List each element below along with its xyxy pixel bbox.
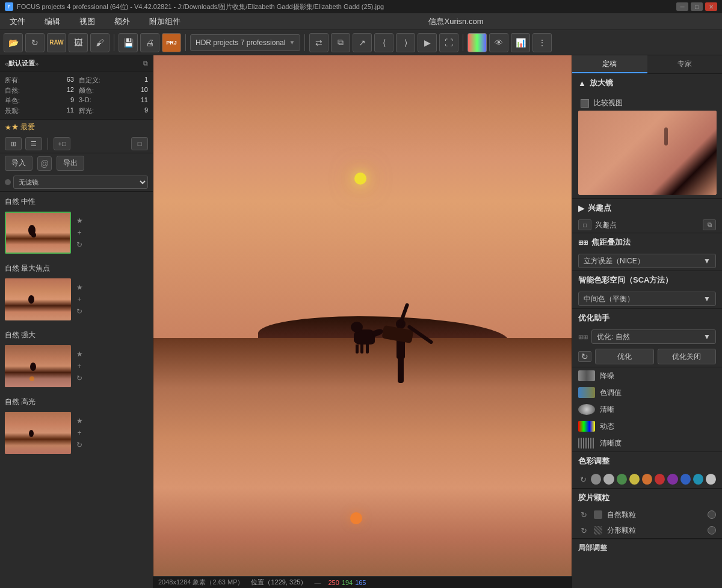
menu-extra[interactable]: 额外 — [110, 14, 135, 29]
favorites-label[interactable]: ★ ★ 最爱 — [0, 120, 153, 135]
menu-edit[interactable]: 编辑 — [40, 14, 65, 29]
swatch-yellow[interactable] — [629, 474, 640, 485]
tab-finalize[interactable]: 定稿 — [572, 55, 647, 73]
menu-addons[interactable]: 附加组件 — [144, 14, 185, 29]
natural-grain-refresh[interactable]: ↻ — [578, 509, 589, 520]
add-2[interactable]: + — [75, 361, 84, 371]
interest-btn-label: 兴趣点 — [595, 220, 699, 230]
preset-item-2[interactable]: ★ + ↻ — [0, 343, 153, 390]
menu-file[interactable]: 文件 — [5, 14, 30, 29]
swatch-cyan[interactable] — [693, 474, 703, 485]
color-tone-row[interactable]: 色调值 — [572, 384, 722, 401]
count-all: 所有: 63 — [5, 76, 74, 85]
color-adj-header[interactable]: 色彩调整 — [572, 452, 722, 470]
toolbar-preset-dropdown[interactable]: HDR projects 7 professional ▼ — [190, 34, 300, 51]
star-icon: ★ — [5, 123, 11, 132]
interest-header[interactable]: ▶ 兴趣点 — [572, 199, 722, 217]
export-button[interactable]: 导出 — [57, 156, 84, 171]
clarity-row[interactable]: 清晰度 — [572, 435, 722, 452]
toolbar-export[interactable]: ↗ — [353, 33, 372, 52]
toolbar-histogram[interactable] — [467, 33, 487, 52]
sharpen-row[interactable]: 清晰 — [572, 401, 722, 418]
center-canvas[interactable]: 2048x1284 象素（2.63 MP） 位置（1229, 325） — 25… — [153, 55, 572, 588]
focus-method-dropdown[interactable]: 立方误差（NICE） ▼ — [578, 254, 716, 268]
grid-view-btn[interactable]: ⊞ — [5, 137, 22, 150]
noise-tool-row[interactable]: 降噪 — [572, 367, 722, 384]
filter-select[interactable]: 无滤镜 — [13, 176, 148, 189]
toolbar-image[interactable]: 🖼 — [69, 33, 88, 52]
toolbar-print[interactable]: 🖨 — [140, 33, 159, 52]
swatch-red[interactable] — [655, 474, 665, 485]
at-icon[interactable]: @ — [37, 156, 52, 171]
focus-header[interactable]: ⊞⊞ 焦距叠加法 — [572, 233, 722, 251]
swatch-orange[interactable] — [642, 474, 652, 485]
opt-off-btn[interactable]: 优化关闭 — [658, 349, 717, 364]
swatch-green[interactable] — [617, 474, 627, 485]
preset-item-3[interactable]: ★ + ↻ — [0, 409, 153, 456]
toolbar-compare[interactable]: ⇄ — [309, 33, 329, 52]
favorite-1[interactable]: ★ — [75, 283, 84, 292]
arrows-right[interactable]: » — [35, 60, 39, 67]
natural-grain-circle[interactable] — [708, 510, 716, 519]
refresh-1[interactable]: ↻ — [75, 307, 84, 316]
fractal-grain-check[interactable] — [594, 526, 602, 534]
swatch-gray[interactable] — [603, 474, 614, 485]
toolbar-next[interactable]: ⟩ — [396, 33, 415, 52]
favorite-3[interactable]: ★ — [75, 416, 84, 426]
swatch-dark[interactable] — [591, 474, 601, 485]
toolbar-copy[interactable]: ⧉ — [331, 33, 350, 52]
opt-refresh-btn[interactable]: ↻ — [578, 351, 591, 362]
maximize-button[interactable]: □ — [691, 2, 703, 11]
dog-leg-1 — [356, 345, 359, 354]
minimize-button[interactable]: ─ — [676, 2, 688, 11]
smart-color-dropdown[interactable]: 中间色（平衡） ▼ — [578, 292, 716, 306]
add-preset-btn[interactable]: +□ — [54, 137, 70, 150]
toolbar-save[interactable]: 💾 — [119, 33, 138, 52]
opt-optimize-btn[interactable]: 优化 — [595, 349, 654, 364]
add-0[interactable]: + — [75, 228, 84, 237]
toolbar-raw[interactable]: RAW — [47, 33, 66, 52]
toolbar-eye[interactable]: 👁 — [489, 33, 508, 52]
toolbar-chart[interactable]: 📊 — [511, 33, 530, 52]
toolbar-projects[interactable]: PRJ — [162, 33, 181, 52]
fractal-grain-refresh[interactable]: ↻ — [578, 525, 589, 536]
favorite-0[interactable]: ★ — [75, 216, 84, 225]
interest-sq-btn[interactable]: □ — [578, 219, 591, 230]
toolbar-refresh[interactable]: ↻ — [25, 33, 45, 52]
menu-view[interactable]: 视图 — [75, 14, 100, 29]
film-grain-section: 胶片颗粒 ↻ 自然颗粒 ↻ 分形颗粒 — [572, 489, 722, 539]
toolbar-open[interactable]: 📂 — [4, 33, 23, 52]
compare-square[interactable] — [581, 99, 589, 108]
preset-item-0[interactable]: ★ + ↻ — [0, 209, 153, 256]
swatch-purple[interactable] — [667, 474, 677, 485]
favorite-2[interactable]: ★ — [75, 349, 84, 359]
tab-expert[interactable]: 专家 — [647, 55, 723, 73]
toolbar-prev[interactable]: ⟨ — [374, 33, 393, 52]
swatch-light[interactable] — [706, 474, 716, 485]
fractal-grain-circle[interactable] — [708, 526, 716, 534]
add-1[interactable]: + — [75, 295, 84, 304]
interest-copy-btn[interactable]: ⧉ — [703, 219, 716, 230]
add-3[interactable]: + — [75, 428, 84, 438]
refresh-3[interactable]: ↻ — [75, 440, 84, 450]
opt-value-dropdown[interactable]: 优化: 自然 ▼ — [591, 329, 716, 344]
natural-grain-check[interactable] — [594, 510, 602, 519]
preset-item-1[interactable]: ★ + ↻ — [0, 276, 153, 323]
refresh-0[interactable]: ↻ — [75, 240, 84, 250]
close-button[interactable]: ✕ — [705, 2, 717, 11]
refresh-2[interactable]: ↻ — [75, 373, 84, 383]
toolbar-brush[interactable]: 🖌 — [90, 33, 110, 52]
dynamic-row[interactable]: 动态 — [572, 418, 722, 435]
magnifier-header[interactable]: ▲ 放大镜 — [572, 74, 722, 92]
collapse-icon[interactable]: ⧉ — [143, 60, 148, 67]
toolbar-play[interactable]: ▶ — [418, 33, 437, 52]
swatch-blue[interactable] — [680, 474, 691, 485]
sep-dash: — — [314, 579, 321, 586]
color-refresh-btn[interactable]: ↻ — [578, 474, 588, 485]
import-button[interactable]: 导入 — [5, 156, 32, 171]
film-grain-header[interactable]: 胶片颗粒 — [572, 489, 722, 507]
list-view-btn[interactable]: ☰ — [25, 137, 42, 150]
toolbar-fullscreen[interactable]: ⛶ — [439, 33, 458, 52]
toolbar-more[interactable]: ⋮ — [532, 33, 552, 52]
folder-btn[interactable]: □ — [131, 137, 148, 150]
